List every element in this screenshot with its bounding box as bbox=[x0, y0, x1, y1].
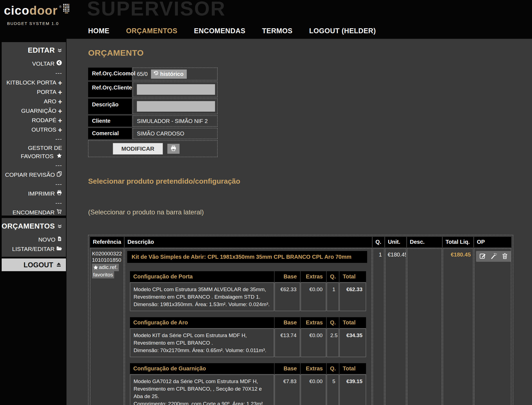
magic-wand-button[interactable] bbox=[490, 253, 497, 260]
historico-button[interactable]: histórico bbox=[151, 70, 187, 79]
nav-home[interactable]: HOME bbox=[88, 27, 109, 35]
modificar-button[interactable]: MODIFICAR bbox=[113, 143, 163, 155]
sidebar-item-gestor-favoritos[interactable]: GESTOR DE FAVORITOS bbox=[4, 144, 62, 161]
label-ref-orc-cliente: Ref.Orç.Cliente bbox=[88, 82, 132, 97]
row-op-cell bbox=[474, 248, 511, 405]
sidebar-orcamentos-header[interactable]: ORÇAMENTOS bbox=[4, 222, 62, 230]
sidebar-item-porta[interactable]: PORTA+ bbox=[4, 87, 62, 97]
sidebar-separator: --- bbox=[4, 68, 62, 78]
sidebar-item-kitblock-porta[interactable]: KITBLOCK PORTA+ bbox=[4, 78, 62, 87]
col-header-referencia: Referência bbox=[90, 237, 124, 247]
printer-icon bbox=[170, 145, 177, 152]
config-porta-extras: €0.00 bbox=[301, 283, 326, 311]
sidebar-item-listar-editar[interactable]: LISTAR/EDITAR bbox=[4, 244, 62, 254]
sub-header-extras: Extras bbox=[301, 317, 326, 328]
sidebar-item-voltar[interactable]: VOLTAR bbox=[4, 59, 62, 68]
config-aro-base: €13.74 bbox=[275, 329, 300, 357]
sidebar-editar-title: EDITAR bbox=[28, 46, 55, 55]
form-actions-row: MODIFICAR bbox=[88, 140, 218, 157]
orcamento-form: Ref.Orç.Cicomol 65/0 histórico Ref.Orç.C… bbox=[88, 68, 218, 157]
plus-icon: + bbox=[58, 80, 62, 86]
col-header-op: OP bbox=[474, 237, 511, 247]
supervisor-watermark: SUPERVISOR bbox=[87, 0, 226, 20]
col-header-desc: Desc. bbox=[407, 237, 442, 247]
label-ref-orc-cicomol: Ref.Orç.Cicomol bbox=[88, 68, 132, 80]
plus-icon: + bbox=[58, 108, 62, 114]
label-descricao: Descrição bbox=[88, 99, 132, 114]
edit-item-button[interactable] bbox=[479, 253, 486, 260]
value-comercial: SIMÃO CARDOSO bbox=[133, 128, 218, 139]
nav-logout[interactable]: LOGOUT (HELDER) bbox=[309, 27, 376, 35]
nav-encomendas[interactable]: ENCOMENDAS bbox=[194, 27, 245, 35]
row-desc-cell bbox=[407, 248, 442, 405]
sidebar-item-encomendar[interactable]: ENCOMENDAR bbox=[4, 208, 62, 216]
star-icon bbox=[57, 152, 62, 161]
nav-termos[interactable]: TERMOS bbox=[262, 27, 293, 35]
copy-icon bbox=[57, 170, 62, 180]
config-aro-q: 2.5 bbox=[327, 329, 339, 357]
add-ref-favorites-button[interactable]: adic.ref. favoritos bbox=[92, 264, 122, 278]
config-guarnicao-subtable: Configuração de Guarnição Base Extras Q.… bbox=[130, 363, 366, 405]
magic-wand-icon bbox=[490, 253, 497, 260]
sidebar-logout-button[interactable]: LOGOUT bbox=[2, 258, 66, 271]
printer-icon bbox=[57, 189, 62, 198]
open-folder-icon bbox=[56, 244, 62, 254]
sub-header-q: Q. bbox=[327, 363, 339, 374]
select-product-heading: Selecionar produto pretendido/configuraç… bbox=[88, 177, 532, 186]
sidebar-item-aro[interactable]: ARO+ bbox=[4, 97, 62, 106]
config-porta-title: Configuração de Porta bbox=[130, 271, 274, 282]
op-actions-strip bbox=[476, 251, 511, 262]
top-navigation: HOME ORÇAMENTOS ENCOMENDAS TERMOS LOGOUT… bbox=[88, 27, 376, 35]
sidebar-item-imprimir[interactable]: IMPRIMIR bbox=[4, 189, 62, 198]
referencia-line2: 1010101850 bbox=[92, 257, 122, 263]
sidebar-item-outros[interactable]: OUTROS+ bbox=[4, 125, 62, 134]
config-porta-description: Modelo CPL com Estrutura 35MM ALVEOLAR d… bbox=[130, 283, 274, 311]
sidebar-item-copiar-revisao[interactable]: COPIAR REVISÃO bbox=[4, 170, 62, 180]
referencia-line1: K020000322 bbox=[92, 250, 122, 257]
plus-icon: + bbox=[58, 127, 62, 133]
ref-cliente-input[interactable] bbox=[137, 84, 215, 95]
sidebar-separator: --- bbox=[4, 198, 62, 208]
ref-cicomol-value: 65/0 bbox=[137, 71, 148, 77]
config-porta-subtable: Configuração de Porta Base Extras Q. Tot… bbox=[130, 271, 366, 311]
row-referencia-cell: K020000322 1010101850 adic.ref. favorito… bbox=[90, 248, 124, 405]
nav-orcamentos[interactable]: ORÇAMENTOS bbox=[126, 27, 177, 35]
sidebar-separator: --- bbox=[4, 134, 62, 144]
top-header: cicodoor ® BUDGET SYSTE bbox=[0, 0, 532, 39]
descricao-input[interactable] bbox=[137, 101, 215, 112]
sidebar-item-guarnicao[interactable]: GUARNIÇÃO+ bbox=[4, 106, 62, 116]
edit-pencil-icon bbox=[479, 253, 486, 260]
config-aro-subtable: Configuração de Aro Base Extras Q. Total… bbox=[130, 317, 366, 357]
sidebar-editar-header[interactable]: EDITAR bbox=[4, 46, 62, 55]
sub-header-base: Base bbox=[275, 317, 300, 328]
app-window: cicodoor ® BUDGET SYSTE bbox=[0, 0, 532, 405]
sub-header-q: Q. bbox=[327, 271, 339, 282]
sub-header-total: Total bbox=[339, 363, 366, 374]
col-header-unit: Unit. bbox=[385, 237, 406, 247]
sub-header-base: Base bbox=[275, 363, 300, 374]
config-guarnicao-extras: €0.00 bbox=[301, 375, 326, 405]
sub-header-extras: Extras bbox=[301, 363, 326, 374]
main-content: ORÇAMENTO Ref.Orç.Cicomol 65/0 histórico… bbox=[66, 39, 532, 405]
sidebar-column: EDITAR VOLTAR --- KITBLOCK PORTA+ PORTA+… bbox=[0, 39, 66, 405]
value-ref-orc-cliente bbox=[133, 82, 218, 97]
config-guarnicao-q: 5 bbox=[327, 375, 339, 405]
config-porta-q: 1 bbox=[327, 283, 339, 311]
sidebar-panel-editar: EDITAR VOLTAR --- KITBLOCK PORTA+ PORTA+… bbox=[2, 42, 66, 216]
registered-mark: ® bbox=[59, 5, 62, 8]
col-header-descricao: Descrição bbox=[125, 237, 372, 247]
sub-header-q: Q. bbox=[327, 317, 339, 328]
sidebar-item-novo[interactable]: NOVO bbox=[4, 235, 62, 244]
plus-icon: + bbox=[58, 89, 62, 95]
row-q-cell: 1 bbox=[373, 248, 384, 405]
history-icon bbox=[153, 71, 159, 78]
config-aro-title: Configuração de Aro bbox=[130, 317, 274, 328]
row-total-liq-cell: €180.45 bbox=[443, 248, 473, 405]
sidebar-item-rodape[interactable]: RODAPÉ+ bbox=[4, 116, 62, 125]
value-descricao bbox=[133, 99, 218, 114]
config-guarnicao-description: Modelo GA7012 da Série CPL com Estrutura… bbox=[130, 375, 274, 405]
delete-item-button[interactable] bbox=[502, 253, 508, 260]
print-button[interactable] bbox=[167, 144, 180, 154]
new-document-icon bbox=[57, 235, 62, 244]
chevrons-down-icon bbox=[57, 222, 62, 230]
